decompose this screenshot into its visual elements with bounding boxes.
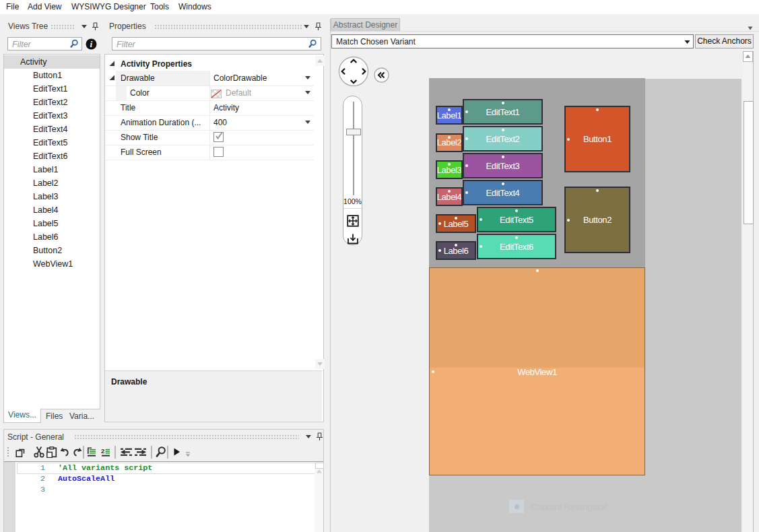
svg-text:i: i bbox=[90, 39, 93, 49]
svg-text:2: 2 bbox=[101, 447, 104, 455]
